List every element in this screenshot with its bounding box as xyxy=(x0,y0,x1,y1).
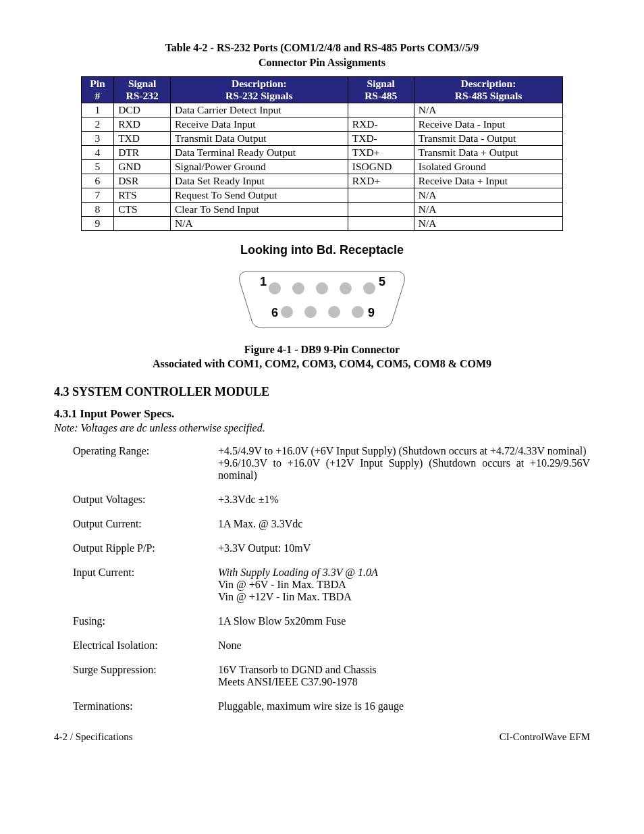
svg-point-6 xyxy=(304,306,317,318)
pin-assignment-table: Pin# SignalRS-232 Description:RS-232 Sig… xyxy=(81,76,564,231)
spec-terminations: Terminations: Pluggable, maximum wire si… xyxy=(73,700,590,712)
cell-d232: Data Terminal Ready Output xyxy=(170,145,348,159)
cell-s232: GND xyxy=(114,159,171,174)
cell-pin: 1 xyxy=(81,103,113,117)
spec-line: Vin @ +6V - Iin Max. TBDA xyxy=(218,579,346,590)
table-row: 5GNDSignal/Power GroundISOGNDIsolated Gr… xyxy=(81,159,563,174)
th-pin: Pin# xyxy=(81,77,113,103)
cell-d485: N/A xyxy=(414,103,563,117)
figure-top-title: Looking into Bd. Receptacle xyxy=(54,243,590,257)
cell-s485: RXD+ xyxy=(348,174,414,188)
spec-line: +4.5/4.9V to +16.0V (+6V Input Supply) (… xyxy=(218,445,587,457)
cell-pin: 2 xyxy=(81,117,113,131)
cell-pin: 8 xyxy=(81,202,113,216)
spec-line: Vin @ +12V - Iin Max. TBDA xyxy=(218,591,352,602)
spec-output-current: Output Current: 1A Max. @ 3.3Vdc xyxy=(73,518,590,530)
pin-label-1: 1 xyxy=(260,275,267,288)
svg-point-7 xyxy=(328,306,340,318)
cell-s485: RXD- xyxy=(348,117,414,131)
svg-point-0 xyxy=(269,282,281,294)
th-desc485: Description:RS-485 Signals xyxy=(414,77,563,103)
spec-line: +9.6/10.3V to +16.0V (+12V Input Supply)… xyxy=(218,457,590,481)
th-desc232: Description:RS-232 Signals xyxy=(170,77,348,103)
th-sig485-l1: Signal xyxy=(367,78,395,89)
section-heading: 4.3 SYSTEM CONTROLLER MODULE xyxy=(54,385,590,399)
cell-s232: RXD xyxy=(114,117,171,131)
cell-pin: 4 xyxy=(81,145,113,159)
cell-s485 xyxy=(348,216,414,230)
spec-label: Electrical Isolation: xyxy=(73,640,218,652)
footer-right: CI-ControlWave EFM xyxy=(500,731,590,743)
table-row: 6DSRData Set Ready InputRXD+Receive Data… xyxy=(81,174,563,188)
table-row: 4DTRData Terminal Ready OutputTXD+Transm… xyxy=(81,145,563,159)
th-sig232-l1: Signal xyxy=(128,78,156,89)
cell-pin: 7 xyxy=(81,188,113,202)
cell-d485: Transmit Data - Output xyxy=(414,131,563,145)
cell-s485 xyxy=(348,188,414,202)
th-desc232-l2: RS-232 Signals xyxy=(225,90,293,101)
spec-label: Surge Suppression: xyxy=(73,664,218,688)
cell-s232 xyxy=(114,216,171,230)
cell-d485: Receive Data - Input xyxy=(414,117,563,131)
page-footer: 4-2 / Specifications CI-ControlWave EFM xyxy=(54,731,590,743)
cell-s232: DTR xyxy=(114,145,171,159)
cell-d485: N/A xyxy=(414,188,563,202)
table-title-l1: Table 4-2 - RS-232 Ports (COM1/2/4/8 and… xyxy=(165,42,479,53)
table-row: 3TXDTransmit Data OutputTXD-Transmit Dat… xyxy=(81,131,563,145)
th-sig485-l2: RS-485 xyxy=(365,90,397,101)
table-row: 7RTSRequest To Send OutputN/A xyxy=(81,188,563,202)
svg-point-8 xyxy=(352,306,364,318)
svg-point-2 xyxy=(316,282,328,294)
spec-label: Input Current: xyxy=(73,567,218,603)
spec-value: +3.3Vdc ±1% xyxy=(218,494,590,506)
figure-caption: Figure 4-1 - DB9 9-Pin Connector Associa… xyxy=(54,342,590,371)
svg-point-4 xyxy=(363,282,375,294)
spec-output-ripple: Output Ripple P/P: +3.3V Output: 10mV xyxy=(73,542,590,554)
spec-value: +3.3V Output: 10mV xyxy=(218,542,590,554)
th-sig232-l2: RS-232 xyxy=(126,90,158,101)
svg-point-3 xyxy=(340,282,352,294)
pin-label-9: 9 xyxy=(368,306,375,319)
subsection-heading: 4.3.1 Input Power Specs. xyxy=(54,407,590,421)
th-pin-l1: Pin xyxy=(90,78,105,89)
cell-s232: TXD xyxy=(114,131,171,145)
db9-connector-diagram: 1 5 6 9 xyxy=(54,261,590,336)
figure-caption-l2: Associated with COM1, COM2, COM3, COM4, … xyxy=(153,358,491,369)
table-row: 8CTSClear To Send InputN/A xyxy=(81,202,563,216)
table-row: 9N/AN/A xyxy=(81,216,563,230)
cell-s485: TXD+ xyxy=(348,145,414,159)
cell-d232: Request To Send Output xyxy=(170,188,348,202)
spec-value: 1A Max. @ 3.3Vdc xyxy=(218,518,590,530)
table-row: 1DCDData Carrier Detect InputN/A xyxy=(81,103,563,117)
th-pin-l2: # xyxy=(95,90,101,101)
cell-d232: Data Carrier Detect Input xyxy=(170,103,348,117)
cell-s232: DSR xyxy=(114,174,171,188)
spec-label: Operating Range: xyxy=(73,445,218,481)
spec-output-voltages: Output Voltages: +3.3Vdc ±1% xyxy=(73,494,590,506)
cell-s485 xyxy=(348,202,414,216)
cell-s232: CTS xyxy=(114,202,171,216)
th-desc232-l1: Description: xyxy=(232,78,287,89)
footer-left: 4-2 / Specifications xyxy=(54,731,133,743)
spec-label: Output Current: xyxy=(73,518,218,530)
spec-label: Fusing: xyxy=(73,615,218,627)
note-text: Note: Voltages are dc unless otherwise s… xyxy=(54,422,590,434)
pin-label-5: 5 xyxy=(379,275,385,288)
cell-s485 xyxy=(348,103,414,117)
table-title: Table 4-2 - RS-232 Ports (COM1/2/4/8 and… xyxy=(54,41,590,70)
spec-operating-range: Operating Range: +4.5/4.9V to +16.0V (+6… xyxy=(73,445,590,481)
table-row: 2RXDReceive Data InputRXD-Receive Data -… xyxy=(81,117,563,131)
spec-surge: Surge Suppression: 16V Transorb to DGND … xyxy=(73,664,590,688)
spec-label: Output Voltages: xyxy=(73,494,218,506)
cell-pin: 3 xyxy=(81,131,113,145)
cell-pin: 6 xyxy=(81,174,113,188)
spec-line: 16V Transorb to DGND and Chassis xyxy=(218,664,377,675)
cell-d232: Receive Data Input xyxy=(170,117,348,131)
spec-input-current: Input Current: With Supply Loading of 3.… xyxy=(73,567,590,603)
spec-value: 16V Transorb to DGND and Chassis Meets A… xyxy=(218,664,590,688)
spec-line: Meets ANSI/IEEE C37.90-1978 xyxy=(218,676,358,687)
cell-d485: Receive Data + Input xyxy=(414,174,563,188)
spec-value: Pluggable, maximum wire size is 16 gauge xyxy=(218,700,590,712)
svg-point-5 xyxy=(281,306,293,318)
cell-pin: 9 xyxy=(81,216,113,230)
